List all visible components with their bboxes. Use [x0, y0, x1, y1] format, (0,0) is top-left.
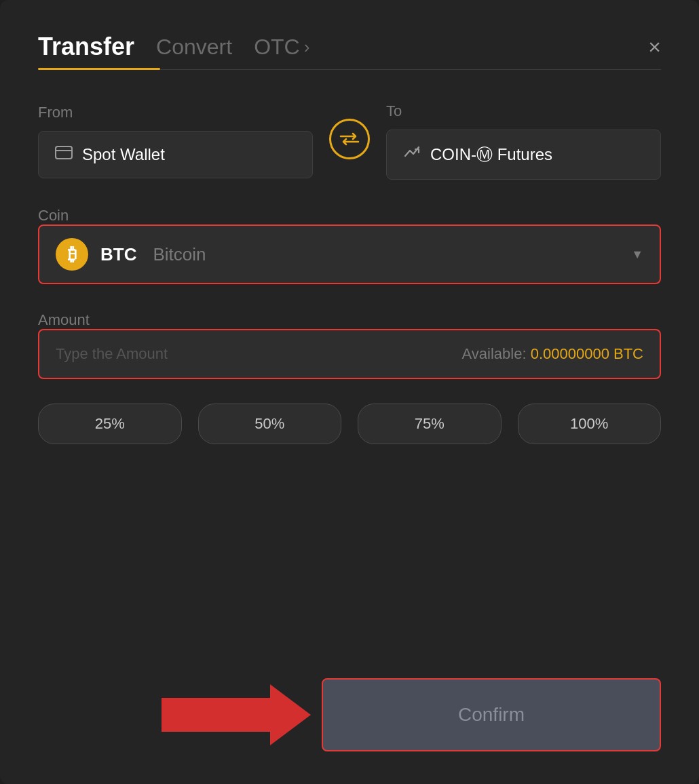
coin-selector[interactable]: ₿ BTC Bitcoin ▼	[38, 224, 661, 284]
close-button[interactable]: ×	[648, 36, 661, 66]
amount-input-wrapper[interactable]: Type the Amount Available: 0.00000000 BT…	[38, 329, 661, 379]
available-unit: BTC	[613, 345, 643, 362]
from-label: From	[38, 104, 313, 121]
percent-button[interactable]: 75%	[358, 404, 502, 444]
confirm-button[interactable]: Confirm	[322, 678, 661, 751]
tab-underline-row	[38, 69, 661, 70]
svg-rect-0	[56, 146, 72, 159]
coin-symbol: BTC	[100, 244, 136, 265]
amount-label: Amount	[38, 311, 90, 328]
percent-row: 25%50%75%100%	[38, 404, 661, 444]
to-wallet-name: COIN-Ⓜ Futures	[430, 144, 552, 165]
swap-button[interactable]	[329, 119, 370, 159]
wallet-icon	[55, 146, 73, 163]
percent-button[interactable]: 25%	[38, 404, 182, 444]
percent-button[interactable]: 100%	[518, 404, 662, 444]
available-text: Available: 0.00000000 BTC	[462, 345, 643, 363]
svg-marker-2	[162, 684, 311, 745]
chevron-right-icon: ›	[304, 37, 310, 58]
arrow-wrapper	[162, 681, 311, 749]
active-tab-indicator	[38, 68, 160, 70]
amount-section: Amount Type the Amount Available: 0.0000…	[38, 311, 661, 379]
to-group: To COIN-Ⓜ Futures	[386, 102, 661, 180]
coin-fullname: Bitcoin	[153, 244, 206, 265]
transfer-modal: Transfer Convert OTC › × From Spot Walle…	[0, 0, 699, 784]
chevron-down-icon: ▼	[631, 248, 643, 262]
tab-convert[interactable]: Convert	[156, 35, 232, 68]
to-wallet-selector[interactable]: COIN-Ⓜ Futures	[386, 130, 661, 180]
btc-icon: ₿	[56, 238, 88, 271]
to-label: To	[386, 102, 661, 120]
amount-placeholder: Type the Amount	[56, 345, 168, 363]
red-arrow-icon	[162, 681, 311, 749]
header-tabs: Transfer Convert OTC › ×	[38, 33, 661, 69]
from-group: From Spot Wallet	[38, 104, 313, 178]
coin-section: Coin ₿ BTC Bitcoin ▼	[38, 207, 661, 284]
available-amount: 0.00000000	[531, 345, 609, 362]
tab-otc[interactable]: OTC ›	[254, 35, 309, 68]
from-wallet-name: Spot Wallet	[82, 145, 165, 164]
from-to-row: From Spot Wallet To	[38, 102, 661, 180]
swap-btn-container	[329, 119, 370, 163]
percent-button[interactable]: 50%	[198, 404, 342, 444]
from-wallet-selector[interactable]: Spot Wallet	[38, 131, 313, 178]
bottom-area: Confirm	[38, 651, 661, 751]
tab-transfer[interactable]: Transfer	[38, 33, 134, 69]
coin-label: Coin	[38, 207, 69, 224]
futures-icon	[403, 145, 421, 164]
